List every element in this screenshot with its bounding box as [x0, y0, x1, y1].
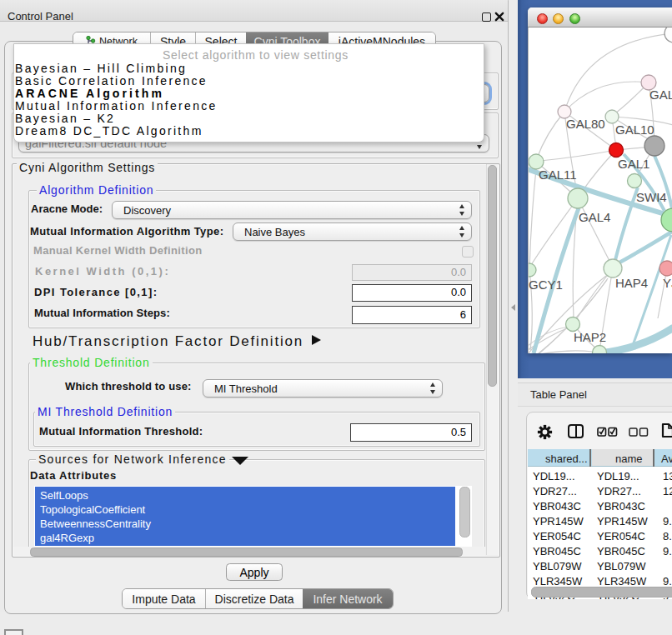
- svg-text:HAP2: HAP2: [574, 330, 606, 344]
- svg-text:GAL1: GAL1: [618, 157, 649, 171]
- svg-text:GAL7: GAL7: [649, 88, 672, 102]
- svg-text:YJ: YJ: [663, 276, 672, 290]
- svg-text:SWI4: SWI4: [636, 190, 667, 204]
- svg-text:GAL11: GAL11: [539, 168, 577, 182]
- svg-text:GAL10: GAL10: [615, 122, 654, 137]
- svg-text:HAP4: HAP4: [615, 276, 648, 290]
- svg-text:GAL80: GAL80: [566, 117, 605, 131]
- svg-text:GCY1: GCY1: [529, 278, 563, 292]
- svg-text:GAL4: GAL4: [579, 210, 610, 224]
